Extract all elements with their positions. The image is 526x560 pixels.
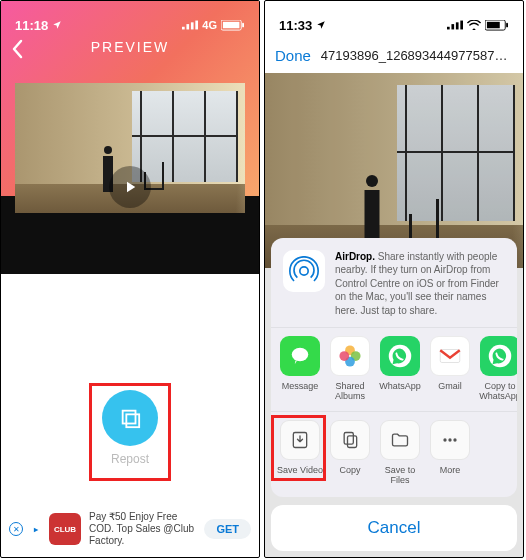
share-app-label: Copy to WhatsApp — [475, 381, 517, 401]
title-bar: PREVIEW — [1, 39, 259, 73]
share-apps-row: MessageShared AlbumsWhatsAppGmailCopy to… — [271, 328, 517, 412]
svg-rect-26 — [344, 433, 353, 445]
svg-rect-0 — [182, 27, 185, 30]
status-bar: 11:18 4G — [1, 1, 259, 39]
share-app-label: Message — [282, 381, 319, 391]
location-icon — [316, 20, 326, 30]
airdrop-icon — [283, 250, 325, 292]
repost-label: Repost — [92, 452, 168, 466]
action-label: Save Video — [277, 465, 323, 475]
signal-bars-icon — [182, 20, 198, 30]
ad-logo: CLUB — [49, 513, 81, 545]
svg-rect-12 — [460, 21, 463, 30]
status-time: 11:33 — [279, 18, 312, 33]
ad-text: Pay ₹50 Enjoy Free COD. Top Sales @Club … — [89, 511, 196, 547]
action-more[interactable]: More — [425, 420, 475, 485]
location-icon — [52, 20, 62, 30]
repost-section: Repost — [92, 386, 168, 478]
svg-point-17 — [292, 348, 309, 362]
photos-icon — [330, 336, 370, 376]
svg-rect-8 — [126, 414, 139, 427]
ad-close-icon[interactable]: ✕ — [9, 522, 23, 536]
whatsapp-icon — [380, 336, 420, 376]
action-label: More — [440, 465, 461, 475]
page-title: PREVIEW — [91, 39, 170, 55]
status-bar: 11:33 — [265, 1, 523, 39]
svg-rect-6 — [242, 22, 244, 27]
svg-rect-1 — [187, 24, 190, 29]
more-icon — [430, 420, 470, 460]
share-app-message[interactable]: Message — [275, 336, 325, 401]
action-label: Save to Files — [375, 465, 425, 485]
svg-point-16 — [300, 266, 308, 274]
battery-icon — [221, 20, 245, 31]
svg-point-28 — [443, 438, 446, 441]
action-label: Copy — [339, 465, 360, 475]
status-time: 11:18 — [15, 18, 48, 33]
share-app-label: Shared Albums — [325, 381, 375, 401]
save-video-icon — [280, 420, 320, 460]
ad-cta-button[interactable]: GET — [204, 519, 251, 539]
wifi-icon — [467, 20, 481, 30]
ad-banner[interactable]: ✕ ▸ CLUB Pay ₹50 Enjoy Free COD. Top Sal… — [9, 509, 251, 549]
share-app-label: WhatsApp — [379, 381, 421, 391]
battery-icon — [485, 20, 509, 31]
nav-bar: Done 47193896_126893444977587_432656... — [265, 39, 523, 71]
airdrop-row[interactable]: AirDrop. Share instantly with people nea… — [271, 238, 517, 329]
save-to-files-icon — [380, 420, 420, 460]
signal-bars-icon — [447, 20, 463, 30]
svg-rect-15 — [506, 22, 508, 27]
svg-point-30 — [453, 438, 456, 441]
message-icon — [280, 336, 320, 376]
play-button[interactable] — [109, 166, 151, 208]
svg-rect-3 — [196, 21, 199, 30]
whatsapp2-icon — [480, 336, 517, 376]
share-app-gmail[interactable]: Gmail — [425, 336, 475, 401]
svg-rect-5 — [223, 21, 240, 27]
share-app-photos[interactable]: Shared Albums — [325, 336, 375, 401]
share-sheet: AirDrop. Share instantly with people nea… — [271, 238, 517, 552]
done-button[interactable]: Done — [275, 47, 311, 64]
svg-point-21 — [339, 351, 349, 361]
action-save-to-files[interactable]: Save to Files — [375, 420, 425, 485]
airdrop-text: AirDrop. Share instantly with people nea… — [335, 250, 505, 318]
share-app-whatsapp[interactable]: WhatsApp — [375, 336, 425, 401]
network-label: 4G — [202, 19, 217, 31]
svg-rect-7 — [123, 411, 136, 424]
svg-rect-2 — [191, 22, 194, 29]
gmail-icon — [430, 336, 470, 376]
copy-icon — [330, 420, 370, 460]
repost-button[interactable] — [102, 390, 158, 446]
back-button[interactable] — [11, 39, 31, 59]
svg-rect-10 — [451, 24, 454, 29]
action-save-video[interactable]: Save Video — [275, 420, 325, 485]
svg-rect-27 — [348, 436, 357, 448]
cancel-button[interactable]: Cancel — [271, 505, 517, 551]
ad-info-icon[interactable]: ▸ — [31, 524, 41, 534]
share-app-label: Gmail — [438, 381, 462, 391]
phone-left: 11:18 4G PREVIEW — [0, 0, 260, 558]
file-name: 47193896_126893444977587_432656... — [321, 48, 513, 63]
svg-rect-14 — [487, 21, 500, 27]
action-copy[interactable]: Copy — [325, 420, 375, 485]
share-app-whatsapp2[interactable]: Copy to WhatsApp — [475, 336, 517, 401]
svg-point-29 — [448, 438, 451, 441]
phone-right: 11:33 Done 47193896_126893444977587_4326 — [264, 0, 524, 558]
action-row: Save VideoCopySave to FilesMore — [271, 412, 517, 495]
svg-rect-11 — [456, 22, 459, 29]
svg-rect-9 — [447, 27, 450, 30]
